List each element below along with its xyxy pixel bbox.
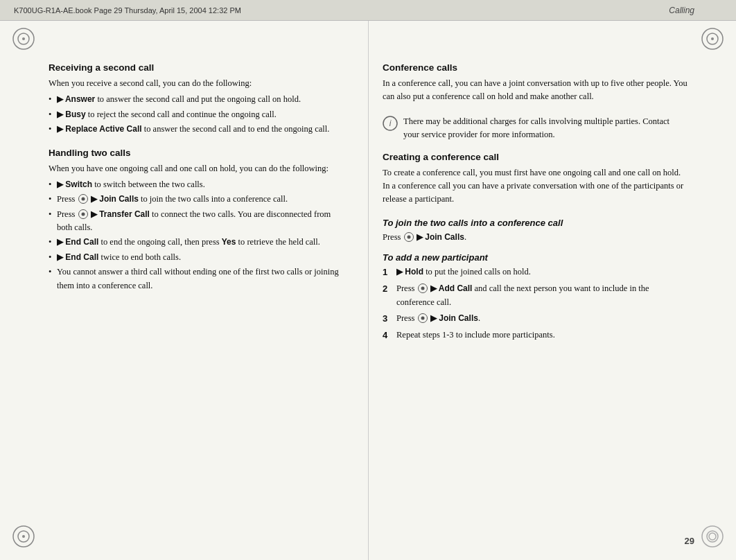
receiving-heading: Receiving a second call — [49, 62, 347, 73]
add-participant-section: To add a new participant 1 ▶ Hold to put… — [383, 252, 687, 342]
arrow-icon: ▶ — [57, 180, 65, 189]
page: K700UG-R1A-AE.book Page 29 Thursday, Apr… — [0, 0, 736, 560]
step-num: 1 — [383, 265, 392, 279]
arrow-icon: ▶ — [428, 313, 439, 323]
join-instruction: Press ▶ Join Calls. — [383, 231, 687, 244]
kw-hold: Hold — [405, 267, 423, 277]
creating-heading: Creating a conference call — [383, 152, 687, 162]
step-num: 3 — [383, 312, 392, 326]
svg-text:i: i — [389, 119, 392, 128]
bullet-text: to reject the second call and continue t… — [86, 110, 277, 119]
kw-endcall: End Call — [65, 237, 98, 247]
arrow-icon: ▶ — [57, 124, 65, 134]
arrow-icon: ▶ — [396, 267, 405, 277]
section-label: Calling — [669, 6, 694, 15]
step-num: 4 — [383, 329, 392, 342]
receiving-intro: When you receive a second call, you can … — [49, 77, 347, 90]
arrow-icon: ▶ — [57, 110, 65, 119]
conference-heading: Conference calls — [383, 62, 687, 73]
step-detail: to put the joined calls on hold. — [423, 267, 531, 277]
arrow-icon: ▶ — [89, 194, 100, 204]
list-item: 1 ▶ Hold to put the joined calls on hold… — [383, 265, 687, 279]
info-icon: i — [383, 116, 398, 131]
circle-button-icon — [78, 209, 88, 219]
conference-section: Conference calls In a conference call, y… — [383, 62, 687, 104]
step-detail: . — [478, 313, 480, 323]
bullet-text: to join the two calls into a conference … — [139, 194, 288, 204]
list-item: You cannot answer a third call without e… — [49, 265, 347, 292]
creating-intro: To create a conference call, you must fi… — [383, 166, 687, 207]
list-item: ▶ Answer to answer the second call and p… — [49, 93, 347, 106]
list-item: 4 Repeat steps 1-3 to include more parti… — [383, 329, 687, 342]
bullet-text: Press — [57, 194, 78, 204]
handling-intro: When you have one ongoing call and one c… — [49, 162, 347, 175]
circle-button-icon — [418, 313, 428, 323]
top-bar: K700UG-R1A-AE.book Page 29 Thursday, Apr… — [0, 0, 736, 21]
arrow-icon: ▶ — [57, 94, 65, 104]
creating-section: Creating a conference call To create a c… — [383, 152, 687, 207]
join-heading: To join the two calls into a conference … — [383, 218, 687, 228]
handling-bullets: ▶ Switch to switch between the two calls… — [49, 178, 347, 292]
arrow-icon: ▶ — [428, 283, 439, 293]
kw-transfer: Transfer Call — [99, 209, 150, 219]
kw-join-calls2: Join Calls — [439, 313, 478, 323]
content-area: Receiving a second call When you receive… — [0, 21, 736, 560]
add-heading: To add a new participant — [383, 252, 687, 263]
kw-join: Join Calls — [99, 194, 139, 204]
left-column: Receiving a second call When you receive… — [0, 21, 368, 560]
arrow-icon: ▶ — [57, 252, 65, 262]
info-note: i There may be additional charges for ca… — [383, 115, 687, 145]
list-item: Press ▶ Join Calls to join the two calls… — [49, 193, 347, 206]
bullet-text: twice to end both calls. — [98, 252, 181, 262]
list-item: Press ▶ Transfer Call to connect the two… — [49, 208, 347, 235]
join-heading-text: To join the two calls into a conference … — [383, 218, 563, 228]
book-info: K700UG-R1A-AE.book Page 29 Thursday, Apr… — [14, 6, 241, 15]
list-item: ▶ Busy to reject the second call and con… — [49, 108, 347, 121]
add-heading-text: To add a new participant — [383, 252, 488, 263]
step-text: Repeat steps 1-3 to include more partici… — [396, 329, 555, 342]
handling-heading: Handling two calls — [49, 148, 347, 158]
bullet-text: to answer the second call and to end the… — [142, 124, 330, 134]
arrow-icon: ▶ — [57, 237, 65, 247]
kw-yes: Yes — [222, 237, 236, 247]
receiving-bullets: ▶ Answer to answer the second call and p… — [49, 93, 347, 136]
kw-switch: Switch — [65, 180, 92, 189]
bullet-text: to switch between the two calls. — [92, 180, 205, 189]
arrow-icon: ▶ — [89, 209, 100, 219]
arrow-icon: ▶ — [414, 232, 426, 242]
step-text: ▶ Hold to put the joined calls on hold. — [396, 265, 531, 279]
bullet-text: Press — [57, 209, 78, 219]
receiving-section: Receiving a second call When you receive… — [49, 62, 347, 137]
list-item: ▶ End Call to end the ongoing call, then… — [49, 236, 347, 249]
kw-join-calls: Join Calls — [425, 232, 464, 242]
circle-button-icon — [404, 232, 414, 242]
page-number: 29 — [685, 536, 694, 546]
join-section: To join the two calls into a conference … — [383, 218, 687, 244]
list-item: ▶ Switch to switch between the two calls… — [49, 178, 347, 191]
handling-section: Handling two calls When you have one ong… — [49, 148, 347, 292]
kw-endcall2: End Call — [65, 252, 98, 262]
period: . — [464, 232, 466, 242]
steps-list: 1 ▶ Hold to put the joined calls on hold… — [383, 265, 687, 342]
circle-button-icon — [418, 283, 428, 293]
bullet-text: to answer the second call and put the on… — [95, 94, 301, 104]
note-text: There may be additional charges for call… — [403, 115, 687, 142]
circle-button-icon — [78, 194, 88, 204]
bullet-text: to retrieve the held call. — [236, 237, 319, 247]
bullet-text: You cannot answer a third call without e… — [57, 267, 339, 290]
kw-add-call: Add Call — [439, 283, 473, 293]
list-item: ▶ End Call twice to end both calls. — [49, 251, 347, 264]
press-label: Press — [383, 232, 403, 242]
list-item: 2 Press ▶ Add Call and call the next per… — [383, 282, 687, 309]
conference-intro: In a conference call, you can have a joi… — [383, 77, 687, 104]
list-item: ▶ Replace Active Call to answer the seco… — [49, 123, 347, 136]
step-num: 2 — [383, 282, 392, 309]
step-text: Press ▶ Join Calls. — [396, 312, 480, 326]
step-text: Press ▶ Add Call and call the next perso… — [396, 282, 687, 309]
right-column: Conference calls In a conference call, y… — [368, 21, 736, 560]
kw-answer: Answer — [65, 94, 95, 104]
kw-busy: Busy — [65, 110, 85, 119]
kw-replace: Replace Active Call — [65, 124, 141, 134]
list-item: 3 Press ▶ Join Calls. — [383, 312, 687, 326]
bullet-text: to end the ongoing call, then press — [98, 237, 221, 247]
